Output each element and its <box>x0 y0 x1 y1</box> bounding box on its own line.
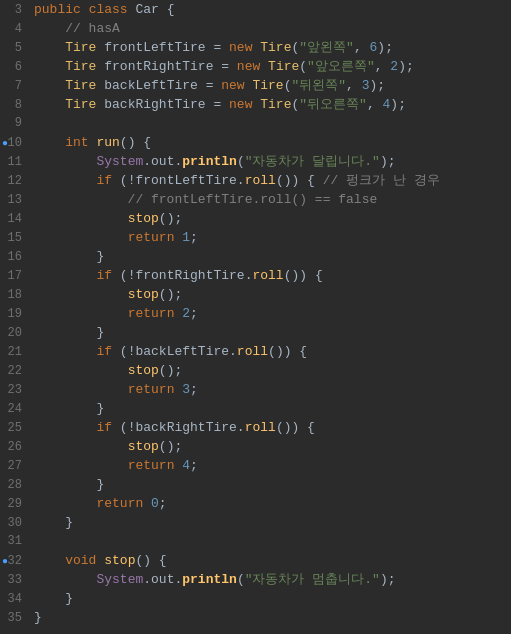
token-type: Tire <box>260 97 291 112</box>
line-number: 4 <box>0 20 30 39</box>
token-punc: ( <box>284 78 292 93</box>
code-line: 17 if (!frontRightTire.roll()) { <box>0 266 511 285</box>
token-number: 1 <box>182 230 190 245</box>
token-bold-method: println <box>182 572 237 587</box>
line-content: } <box>30 399 511 418</box>
token-punc <box>34 572 96 587</box>
token-punc: ; <box>159 496 167 511</box>
token-kw: return <box>128 306 175 321</box>
token-punc <box>34 458 128 473</box>
line-content: stop(); <box>30 361 511 380</box>
line-content: System.out.println("자동차가 멈춥니다."); <box>30 570 511 589</box>
token-punc: ); <box>370 78 386 93</box>
token-method: stop <box>128 211 159 226</box>
token-type: Tire <box>34 97 96 112</box>
token-punc <box>34 135 65 150</box>
token-string: "자동차가 달립니다." <box>245 154 380 169</box>
token-kw: new <box>221 78 244 93</box>
line-content: System.out.println("자동차가 달립니다."); <box>30 152 511 171</box>
token-punc: , <box>354 40 370 55</box>
line-number: 17 <box>0 267 30 286</box>
code-line: 16 } <box>0 247 511 266</box>
code-line: 21 if (!backLeftTire.roll()) { <box>0 342 511 361</box>
token-kw: new <box>229 97 252 112</box>
token-punc <box>34 382 128 397</box>
line-number: 7 <box>0 77 30 96</box>
token-punc: (); <box>159 211 182 226</box>
token-punc: out <box>151 154 174 169</box>
token-punc: () { <box>135 553 166 568</box>
token-punc <box>34 268 96 283</box>
token-punc: } <box>34 515 73 530</box>
token-punc: } <box>34 477 104 492</box>
token-punc: ()) { <box>284 268 323 283</box>
line-content: // frontLeftTire.roll() == false <box>30 190 511 209</box>
line-content: } <box>30 475 511 494</box>
line-number: 14 <box>0 210 30 229</box>
token-method: run <box>96 135 119 150</box>
token-string: "뒤왼쪽" <box>292 78 347 93</box>
token-method: roll <box>252 268 283 283</box>
token-punc: , <box>346 78 362 93</box>
token-number: 3 <box>362 78 370 93</box>
line-number: 22 <box>0 362 30 381</box>
line-number: 11 <box>0 153 30 172</box>
line-content: if (!backRightTire.roll()) { <box>30 418 511 437</box>
line-number: 34 <box>0 590 30 609</box>
code-line: 25 if (!backRightTire.roll()) { <box>0 418 511 437</box>
line-number: 25 <box>0 419 30 438</box>
token-comment: // 펑크가 난 경우 <box>323 173 440 188</box>
token-method: stop <box>128 287 159 302</box>
line-number: 8 <box>0 96 30 115</box>
token-punc: ); <box>377 40 393 55</box>
line-content: if (!frontRightTire.roll()) { <box>30 266 511 285</box>
code-line: 12 if (!frontLeftTire.roll()) { // 펑크가 난… <box>0 171 511 190</box>
token-number: 3 <box>182 382 190 397</box>
line-content: stop(); <box>30 285 511 304</box>
line-content: return 1; <box>30 228 511 247</box>
token-punc: } <box>34 401 104 416</box>
token-number: 2 <box>390 59 398 74</box>
line-number: 24 <box>0 400 30 419</box>
token-punc <box>34 553 65 568</box>
token-punc: backRightTire = <box>96 97 229 112</box>
code-line: 5 Tire frontLeftTire = new Tire("앞왼쪽", 6… <box>0 38 511 57</box>
line-number: 15 <box>0 229 30 248</box>
token-string: "뒤오른쪽" <box>299 97 367 112</box>
code-line: 27 return 4; <box>0 456 511 475</box>
line-content: } <box>30 589 511 608</box>
token-punc: ; <box>190 230 198 245</box>
token-punc: frontLeftTire = <box>96 40 229 55</box>
token-punc: ( <box>237 154 245 169</box>
token-punc: () { <box>120 135 151 150</box>
token-punc: Car { <box>128 2 175 17</box>
code-line: 3public class Car { <box>0 0 511 19</box>
code-line: 24 } <box>0 399 511 418</box>
line-number: 31 <box>0 532 30 551</box>
token-kw: class <box>89 2 128 17</box>
token-kw: void <box>65 553 96 568</box>
line-content: } <box>30 513 511 532</box>
line-content: int run() { <box>30 133 511 152</box>
token-punc <box>34 344 96 359</box>
code-line: 31 <box>0 532 511 551</box>
token-method: stop <box>128 439 159 454</box>
line-number: 16 <box>0 248 30 267</box>
code-line: 6 Tire frontRightTire = new Tire("앞오른쪽",… <box>0 57 511 76</box>
line-content: Tire frontRightTire = new Tire("앞오른쪽", 2… <box>30 57 511 76</box>
line-number: 3 <box>0 1 30 20</box>
line-number: 29 <box>0 495 30 514</box>
line-number: 27 <box>0 457 30 476</box>
token-method: roll <box>245 420 276 435</box>
token-method: stop <box>128 363 159 378</box>
token-punc: ; <box>190 458 198 473</box>
code-line: 11 System.out.println("자동차가 달립니다."); <box>0 152 511 171</box>
code-line: 33 System.out.println("자동차가 멈춥니다."); <box>0 570 511 589</box>
code-line: 28 } <box>0 475 511 494</box>
token-punc <box>34 154 96 169</box>
token-punc <box>260 59 268 74</box>
token-bold-method: println <box>182 154 237 169</box>
line-content: public class Car { <box>30 0 511 19</box>
code-line: 32 void stop() { <box>0 551 511 570</box>
token-kw: if <box>96 420 112 435</box>
